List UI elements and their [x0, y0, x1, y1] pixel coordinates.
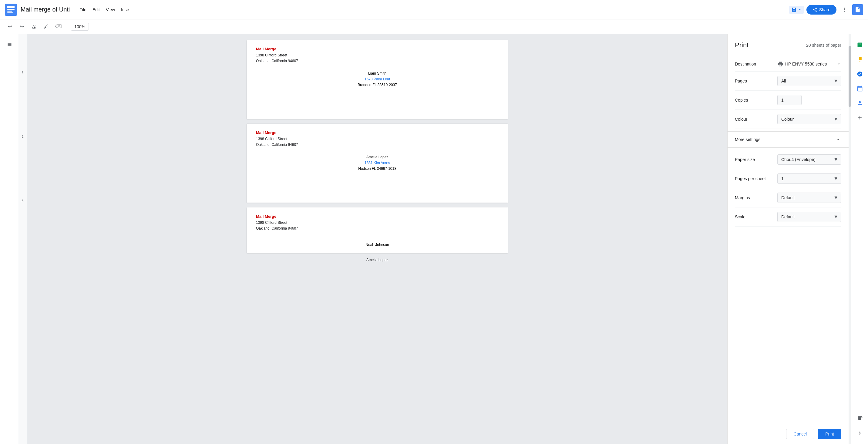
scrollbar-thumb	[848, 46, 851, 107]
colour-select[interactable]: Colour Black & white	[777, 114, 841, 124]
margins-select-wrapper[interactable]: Default None Minimum Custom ▼	[777, 193, 841, 203]
colour-label: Colour	[735, 117, 777, 122]
clear-format-button[interactable]: ⌫	[53, 22, 63, 32]
pages-per-sheet-wrapper[interactable]: 1 2 4 ▼	[777, 173, 841, 184]
svg-rect-8	[858, 44, 859, 45]
printer-icon	[777, 61, 783, 67]
recipient-line1-1: 1678 Palm Leaf	[358, 76, 397, 82]
sender-line1-3: 1398 Clifford Street	[256, 220, 298, 226]
pages-label: Pages	[735, 78, 777, 84]
sender-line2-2: Oakland, California 94607	[256, 142, 298, 148]
pages-row: Pages All Custom ▼	[735, 71, 841, 91]
scale-row: Scale Default Fit to page Fit to width ▼	[735, 208, 841, 227]
sidebar-outline-icon[interactable]	[3, 39, 15, 51]
docs-icon-right	[852, 4, 863, 15]
pages-per-sheet-select[interactable]: 1 2 4	[777, 173, 841, 184]
sender-address-2: Mail Merge 1398 Clifford Street Oakland,…	[256, 130, 298, 148]
more-settings-row[interactable]: More settings	[727, 131, 848, 148]
sender-address-1: Mail Merge 1398 Clifford Street Oakland,…	[256, 46, 298, 64]
recipient-address-2: Amelia Lopez 1831 Kim Acres Hudson FL 34…	[358, 154, 396, 172]
destination-select-wrapper[interactable]: HP ENVY 5530 series	[777, 61, 841, 67]
paper-size-select-wrapper[interactable]: Chou4 (Envelope) A4 Letter ▼	[777, 154, 841, 165]
svg-rect-4	[7, 12, 13, 13]
sidebar-tasks-icon[interactable]	[854, 68, 866, 80]
page-num-2: 2	[22, 135, 23, 138]
colour-row: Colour Colour Black & white ▼	[735, 110, 841, 129]
print-panel-scrollbar[interactable]	[848, 34, 851, 444]
sidebar-add-icon[interactable]	[854, 112, 866, 124]
svg-rect-2	[7, 9, 14, 10]
destination-value: HP ENVY 5530 series	[785, 62, 835, 66]
redo-button[interactable]: ↪	[17, 22, 27, 32]
destination-row: Destination HP ENVY 5530 series	[735, 57, 841, 71]
sidebar-sheets-icon[interactable]	[854, 39, 866, 51]
menu-insert[interactable]: Inse	[119, 6, 131, 13]
pages-select-wrapper[interactable]: All Custom ▼	[777, 76, 841, 86]
print-header: Print 20 sheets of paper	[727, 34, 848, 54]
paper-size-select[interactable]: Chou4 (Envelope) A4 Letter	[777, 154, 841, 165]
recipient-name-3: Noah Johnson	[366, 243, 389, 247]
print-title: Print	[735, 41, 748, 49]
share-button[interactable]: Share	[806, 5, 836, 14]
bottom-sidebar-icons	[854, 412, 866, 439]
sender-name-2: Mail Merge	[256, 130, 298, 136]
more-settings-label: More settings	[735, 137, 760, 142]
menu-view[interactable]: View	[103, 6, 117, 13]
envelope-page-1: Mail Merge 1398 Clifford Street Oakland,…	[247, 40, 508, 119]
sidebar-add-extension-icon[interactable]	[854, 412, 866, 424]
sidebar-keep-icon[interactable]	[854, 53, 866, 65]
paper-size-label: Paper size	[735, 157, 777, 162]
pages-per-sheet-label: Pages per sheet	[735, 176, 777, 181]
more-options-button[interactable]	[839, 4, 850, 15]
paper-size-row: Paper size Chou4 (Envelope) A4 Letter ▼	[735, 150, 841, 169]
recipient-line2-1: Brandon FL 33510-2037	[358, 83, 397, 88]
svg-rect-1	[7, 6, 14, 8]
paint-format-button[interactable]: 🖌	[41, 22, 51, 32]
svg-rect-9	[860, 44, 861, 45]
copies-row: Copies	[735, 91, 841, 110]
copies-input[interactable]	[777, 95, 802, 105]
left-sidebar	[0, 34, 18, 444]
recipient-address-1: Liam Smith 1678 Palm Leaf Brandon FL 335…	[358, 71, 397, 88]
svg-rect-3	[7, 11, 12, 11]
print-button-submit[interactable]: Print	[818, 429, 841, 439]
sheets-count: 20 sheets of paper	[806, 43, 841, 47]
document-area: Mail Merge 1398 Clifford Street Oakland,…	[27, 34, 727, 444]
more-settings-chevron-icon	[835, 136, 841, 142]
page-numbers: 1 2 3	[18, 34, 27, 444]
colour-select-wrapper[interactable]: Colour Black & white ▼	[777, 114, 841, 124]
toolbar-divider	[67, 23, 67, 30]
page-num-3: 3	[22, 199, 23, 202]
second-toolbar: ↩ ↪ 🖨 🖌 ⌫ 100%	[0, 20, 868, 34]
footer-recipient: Amelia Lopez	[366, 258, 389, 262]
sender-address-3: Mail Merge 1398 Clifford Street Oakland,…	[256, 214, 298, 231]
sender-name-1: Mail Merge	[256, 46, 298, 53]
sidebar-chevron-icon[interactable]	[854, 427, 866, 439]
recipient-name-2: Amelia Lopez	[358, 154, 396, 160]
undo-button[interactable]: ↩	[5, 22, 14, 32]
envelope-page-3: Mail Merge 1398 Clifford Street Oakland,…	[247, 208, 508, 253]
copies-label: Copies	[735, 98, 777, 102]
envelope-page-2: Mail Merge 1398 Clifford Street Oakland,…	[247, 124, 508, 202]
main-area: 1 2 3 Mail Merge 1398 Clifford Street Oa…	[0, 34, 868, 444]
recipient-line2-2: Hudson FL 34667-1018	[358, 166, 396, 172]
sender-line1-2: 1398 Clifford Street	[256, 136, 298, 142]
margins-select[interactable]: Default None Minimum Custom	[777, 193, 841, 203]
pages-select[interactable]: All Custom	[777, 76, 841, 86]
scale-select[interactable]: Default Fit to page Fit to width	[777, 212, 841, 222]
scale-select-wrapper[interactable]: Default Fit to page Fit to width ▼	[777, 212, 841, 222]
zoom-display[interactable]: 100%	[71, 23, 89, 31]
top-bar: Mail merge of Unti File Edit View Inse S…	[0, 0, 868, 20]
sidebar-contacts-icon[interactable]	[854, 97, 866, 109]
menu-edit[interactable]: Edit	[90, 6, 102, 13]
print-footer: Cancel Print	[727, 424, 848, 444]
sidebar-calendar-icon[interactable]	[854, 83, 866, 95]
cancel-button[interactable]: Cancel	[786, 429, 815, 439]
pages-per-sheet-row: Pages per sheet 1 2 4 ▼	[735, 169, 841, 188]
page-num-1: 1	[22, 70, 23, 74]
print-button[interactable]: 🖨	[29, 22, 39, 32]
print-settings-section: Destination HP ENVY 5530 series Pages Al…	[727, 54, 848, 131]
menu-file[interactable]: File	[77, 6, 89, 13]
sender-line1-1: 1398 Clifford Street	[256, 53, 298, 58]
print-panel: Print 20 sheets of paper Destination HP …	[727, 34, 848, 444]
